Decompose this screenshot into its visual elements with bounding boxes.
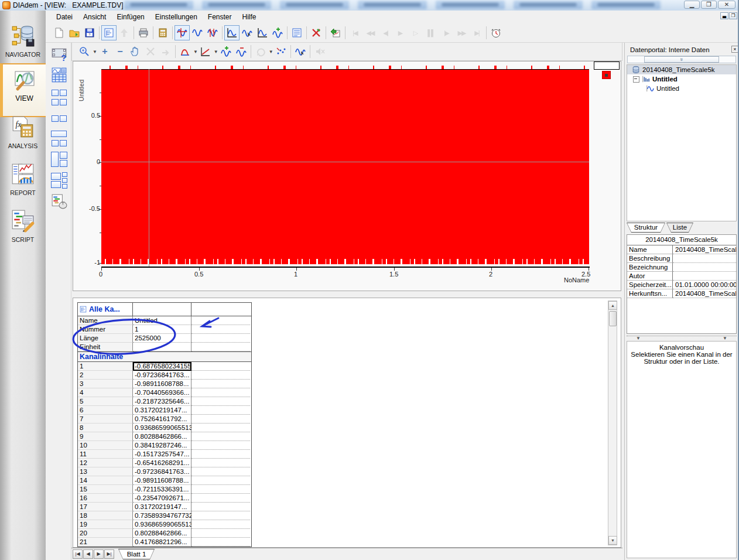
property-label-cell[interactable]: Name — [78, 316, 133, 325]
row-value-cell[interactable]: 0.31720219147... — [133, 503, 191, 511]
measurement-clock-icon[interactable] — [488, 25, 504, 40]
row-index-cell[interactable]: 2 — [78, 371, 133, 380]
two-panel-layout-icon[interactable] — [50, 110, 68, 127]
panel-layout-toggle-icon[interactable] — [101, 25, 117, 40]
crosshair-horizontal-line[interactable] — [101, 162, 589, 162]
row-index-cell[interactable]: 10 — [78, 441, 133, 450]
align-cursor-2-icon[interactable] — [255, 25, 270, 40]
property-value-cell[interactable]: 1 — [133, 325, 191, 334]
step-back-icon[interactable]: ◀| — [378, 25, 393, 40]
sidebar-item-analysis[interactable]: ANALYSIS — [2, 115, 43, 149]
legend-curve-swatch[interactable] — [602, 71, 611, 79]
row-value-cell[interactable]: -0.23547092671... — [133, 494, 191, 503]
fast-rewind-icon[interactable]: ◀◀ — [362, 25, 378, 40]
property-label[interactable]: Name — [627, 245, 673, 254]
empty-cell[interactable] — [191, 485, 250, 494]
empty-cell[interactable] — [191, 441, 250, 450]
row-value-cell[interactable]: 0.38419287246... — [133, 441, 191, 450]
empty-cell[interactable] — [191, 511, 250, 520]
row-value-cell[interactable]: -0.98911608788... — [133, 380, 191, 388]
empty-cell[interactable] — [191, 343, 250, 351]
row-value-cell[interactable]: 0.31720219147... — [133, 406, 191, 415]
new-file-icon[interactable] — [52, 25, 67, 40]
empty-cell[interactable] — [191, 520, 250, 529]
align-cursor-3-icon[interactable] — [270, 25, 285, 40]
scroll-down-button[interactable]: ▼ — [608, 536, 617, 545]
property-value[interactable]: 01.01.0000 00:00:00 — [673, 281, 736, 289]
channel-list-icon[interactable] — [289, 25, 305, 40]
empty-cell[interactable] — [191, 406, 250, 415]
property-value[interactable]: 20140408_TimeScale.. — [673, 289, 736, 298]
all-channels-header-cell[interactable]: Alle Ka... — [78, 303, 133, 316]
row-value-cell[interactable]: 0.93686599065513 — [133, 520, 191, 529]
free-cursor-icon[interactable] — [190, 25, 205, 40]
empty-cell[interactable] — [191, 432, 250, 441]
empty-cell[interactable] — [191, 529, 250, 538]
refresh-icon[interactable] — [253, 44, 268, 59]
empty-cell[interactable] — [191, 388, 250, 397]
menu-hilfe[interactable]: Hilfe — [237, 12, 262, 22]
add-curves-icon[interactable] — [218, 44, 234, 59]
signal-curve-fill[interactable] — [101, 69, 589, 262]
row-value-cell[interactable]: 0.80288462866... — [133, 432, 191, 441]
empty-cell[interactable] — [191, 538, 250, 547]
sidebar-item-view[interactable]: VIEW — [0, 63, 46, 117]
mixed-boxes-layout-icon[interactable] — [50, 172, 68, 189]
curve-arch-dropdown[interactable]: ▼ — [193, 49, 198, 54]
empty-cell[interactable] — [191, 424, 250, 432]
band-cursor-icon[interactable] — [205, 25, 220, 40]
property-value[interactable] — [673, 254, 736, 263]
empty-cell[interactable] — [191, 362, 250, 371]
align-cursor-1-icon[interactable] — [240, 25, 255, 40]
curve-arch-icon[interactable] — [177, 44, 193, 59]
curve-line-icon[interactable] — [198, 44, 213, 59]
step-forward-icon[interactable]: |▶ — [439, 25, 454, 40]
row-value-cell[interactable]: 0.73589394767732 — [133, 511, 191, 520]
export-chart-icon[interactable] — [328, 25, 343, 40]
property-label[interactable]: Autor — [627, 272, 673, 281]
menu-fenster[interactable]: Fenster — [203, 12, 237, 22]
row-index-cell[interactable]: 15 — [78, 485, 133, 494]
zoom-select-icon[interactable] — [77, 44, 92, 59]
table-vertical-scrollbar[interactable]: ▲ ▼ — [608, 301, 617, 545]
redo-zoom-icon[interactable] — [158, 44, 173, 59]
flag-points-icon[interactable] — [273, 44, 289, 59]
sheet-last-button[interactable]: ▶| — [104, 549, 114, 559]
sidebar-item-navigator[interactable]: NAVIGATOR — [2, 23, 43, 58]
remove-curves-icon[interactable] — [234, 44, 249, 59]
empty-cell[interactable] — [191, 397, 250, 406]
tab-struktur[interactable]: Struktur — [627, 223, 665, 233]
property-value[interactable]: 20140408_TimeScale.. — [673, 245, 736, 254]
left-column-layout-icon[interactable] — [50, 151, 68, 168]
empty-cell[interactable] — [191, 316, 250, 325]
row-value-cell[interactable]: -0.72115336391... — [133, 485, 191, 494]
row-index-cell[interactable]: 13 — [78, 467, 133, 476]
row-index-cell[interactable]: 18 — [78, 511, 133, 520]
sheet-tab-blatt1[interactable]: Blatt 1 — [118, 549, 155, 559]
curve-line-dropdown[interactable]: ▼ — [214, 49, 218, 54]
empty-cell[interactable] — [191, 380, 250, 388]
row-value-cell[interactable]: -0.21872325646... — [133, 397, 191, 406]
row-value-cell[interactable]: -0.97236841763... — [133, 467, 191, 476]
print-icon[interactable] — [136, 25, 151, 40]
save-file-icon[interactable] — [82, 25, 97, 40]
row-index-cell[interactable]: 12 — [78, 459, 133, 467]
sheet-first-button[interactable]: |◀ — [73, 549, 83, 559]
curve-and-table-layout-icon[interactable] — [50, 66, 68, 84]
mdi-restore-button[interactable]: ❒ — [729, 12, 737, 19]
mdi-minimize-button[interactable]: ▃ — [720, 12, 728, 19]
zoom-out-icon[interactable]: − — [112, 44, 128, 59]
portal-expand-chevron-icon[interactable]: » — [644, 56, 719, 63]
row-value-cell[interactable]: -0.15173257547... — [133, 450, 191, 459]
row-index-cell[interactable]: 1 — [78, 362, 133, 371]
empty-cell[interactable] — [191, 450, 250, 459]
row-index-cell[interactable]: 17 — [78, 503, 133, 511]
property-value-cell[interactable]: Untitled — [133, 316, 191, 325]
header-cell-empty[interactable] — [133, 303, 191, 316]
empty-cell[interactable] — [191, 467, 250, 476]
row-value-cell[interactable]: -0.97236841763... — [133, 371, 191, 380]
property-value-cell[interactable] — [133, 343, 191, 351]
sidebar-item-report[interactable]: REPORT — [2, 162, 43, 196]
open-file-icon[interactable] — [67, 25, 82, 40]
empty-cell[interactable] — [191, 334, 250, 343]
